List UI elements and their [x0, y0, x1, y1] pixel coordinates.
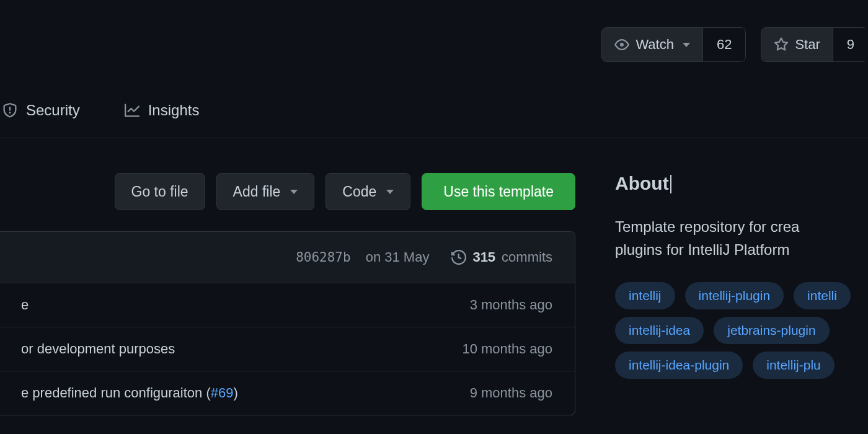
- tab-insights-label: Insights: [148, 102, 200, 119]
- repo-tabs: Security Insights: [0, 62, 868, 138]
- about-heading: About: [615, 173, 671, 194]
- topic-tag[interactable]: intelli: [794, 282, 851, 309]
- tab-security[interactable]: Security: [0, 102, 80, 119]
- watch-count[interactable]: 62: [703, 27, 746, 62]
- topic-tag[interactable]: intellij: [615, 282, 675, 309]
- go-to-file-button[interactable]: Go to file: [115, 173, 205, 210]
- caret-down-icon: [683, 43, 690, 47]
- file-action-row: Go to file Add file Code Use this templa…: [0, 138, 575, 231]
- caret-down-icon: [386, 190, 394, 194]
- commit-msg: e: [21, 297, 29, 313]
- shield-icon: [2, 103, 17, 118]
- commit-msg: or development purposes: [21, 341, 175, 357]
- topic-tag[interactable]: jetbrains-plugin: [714, 317, 829, 344]
- commits-word: commits: [502, 249, 552, 265]
- eye-icon: [614, 37, 629, 52]
- commit-header: 806287b on 31 May 315 commits: [0, 232, 575, 283]
- topics-list: intellij intellij-plugin intelli intelli…: [615, 282, 868, 379]
- star-icon: [774, 37, 789, 52]
- star-count[interactable]: 9: [833, 27, 868, 62]
- commit-ago: 9 months ago: [458, 385, 552, 401]
- file-listing: 806287b on 31 May 315 commits e 3 months…: [0, 231, 575, 415]
- commit-ago: 10 months ago: [450, 341, 552, 357]
- file-row[interactable]: e 3 months ago: [0, 283, 575, 327]
- about-panel: About Template repository for crea plugi…: [615, 138, 868, 415]
- commit-hash[interactable]: 806287b: [296, 250, 351, 265]
- commits-link[interactable]: 315 commits: [451, 249, 552, 265]
- star-group: Star 9: [761, 27, 868, 62]
- use-template-button[interactable]: Use this template: [422, 173, 575, 210]
- star-label: Star: [795, 37, 820, 53]
- topic-tag[interactable]: intellij-idea: [615, 317, 704, 344]
- tab-security-label: Security: [26, 102, 80, 119]
- history-icon: [451, 250, 466, 265]
- topic-tag[interactable]: intellij-idea-plugin: [615, 352, 743, 379]
- commits-count: 315: [472, 249, 495, 265]
- main-content: Go to file Add file Code Use this templa…: [0, 138, 868, 415]
- file-row[interactable]: or development purposes 10 months ago: [0, 327, 575, 371]
- topic-tag[interactable]: intellij-plu: [753, 352, 835, 379]
- file-row[interactable]: e predefined run configuraiton (#69) 9 m…: [0, 371, 575, 415]
- repo-action-bar: Watch 62 Star 9: [0, 0, 868, 62]
- commit-msg: e predefined run configuraiton (#69): [21, 385, 238, 401]
- issue-link[interactable]: #69: [211, 385, 234, 401]
- graph-icon: [125, 103, 140, 118]
- tab-insights[interactable]: Insights: [125, 102, 200, 119]
- commit-ago: 3 months ago: [458, 297, 552, 313]
- commit-date: on 31 May: [366, 249, 430, 265]
- watch-group: Watch 62: [601, 27, 746, 62]
- code-button[interactable]: Code: [326, 173, 410, 210]
- caret-down-icon: [290, 190, 298, 194]
- about-description: Template repository for crea plugins for…: [615, 215, 868, 261]
- file-panel: Go to file Add file Code Use this templa…: [0, 138, 575, 415]
- star-button[interactable]: Star: [761, 27, 833, 62]
- topic-tag[interactable]: intellij-plugin: [685, 282, 784, 309]
- watch-button[interactable]: Watch: [601, 27, 703, 62]
- add-file-button[interactable]: Add file: [216, 173, 315, 210]
- watch-label: Watch: [636, 37, 674, 53]
